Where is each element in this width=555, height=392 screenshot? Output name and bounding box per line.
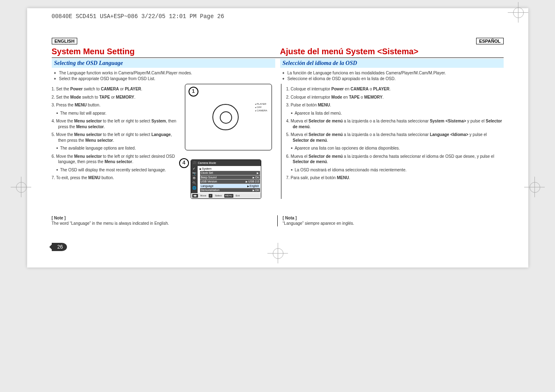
steps-en: 1. Set the Power switch to CAMERA or PLA…	[52, 84, 179, 199]
intro-es: La función de Language funciona en las m…	[275, 68, 504, 81]
numbered-step: 2. Set the Mode switch to TAPE or MEMORY…	[52, 95, 179, 100]
note-title-es: [ Nota ]	[283, 215, 504, 221]
step-sub-bullet: Aparece una lista con las opciones de id…	[286, 145, 504, 151]
register-mark-left	[15, 181, 27, 193]
osd-menu-item: Beep SoundOn	[200, 175, 260, 180]
icon-check: ✓	[193, 167, 196, 171]
numbered-step: 1. Coloque el interruptor Power en CAMER…	[286, 86, 504, 92]
intro-bullet: Seleccione el idioma de OSD apropiado en…	[280, 76, 504, 82]
osd-label-select: Select	[215, 194, 222, 197]
note-text-es: “Language” siempre aparece en inglés.	[283, 221, 504, 226]
register-mark-right	[528, 181, 541, 193]
mode-label: CAMERA	[255, 109, 267, 112]
power-switch-dial-icon	[212, 104, 239, 130]
intro-bullet: La función de Language funciona en las m…	[280, 70, 504, 76]
osd-key-select: ✓	[209, 194, 212, 197]
note-text-en: The word “Language” in the menu is alway…	[52, 221, 273, 226]
figures-column: 1 PLAYEROFFCAMERA 4 Camera Mode ✓ 📷 ⚙	[179, 84, 278, 199]
osd-selected-category: System	[198, 167, 213, 171]
register-mark-bottom	[272, 247, 284, 259]
numbered-step: 6. Mueva el Selector de menú a la izquie…	[286, 154, 504, 165]
numbered-step: 4. Move the Menu selector to the left or…	[52, 118, 179, 129]
numbered-step: 6. Move the Menu selector to the left or…	[52, 154, 179, 165]
steps-es: 1. Coloque el interruptor Power en CAMER…	[281, 84, 504, 199]
osd-key-menu: MENU	[224, 194, 233, 197]
osd-item-list: Clock SetBeep SoundOnUSB VersionUSB 2.0L…	[200, 171, 260, 192]
figure-1-power-switch: 1 PLAYEROFFCAMERA	[185, 84, 272, 150]
osd-key-move: ◀▶	[192, 194, 198, 197]
step-sub-bullet: The menu list will appear.	[52, 111, 179, 116]
mode-label: PLAYER	[255, 102, 267, 106]
lang-label-espanol: ESPAÑOL	[476, 38, 503, 44]
icon-lang: 🌐	[192, 186, 196, 191]
icon-camera: 📷	[192, 172, 196, 176]
step-sub-bullet: The OSD will display the most recently s…	[52, 167, 179, 173]
figure-1-number: 1	[189, 87, 198, 97]
numbered-step: 7. To exit, press the MENU button.	[52, 175, 179, 181]
note-en: [ Note ] The word “Language” in the menu…	[52, 215, 278, 226]
section-title-en: System Menu Setting	[52, 47, 275, 56]
figure-4-osd-menu: 4 Camera Mode ✓ 📷 ⚙ 🔌 🌐 System	[179, 159, 278, 199]
icon-gear: ⚙	[193, 176, 196, 181]
osd-side-icons: ✓ 📷 ⚙ 🔌 🌐	[191, 166, 198, 194]
osd-menu-item: DemonstrationOn	[200, 188, 260, 192]
step-sub-bullet: Aparece la lista del menú.	[286, 111, 504, 116]
osd-label-exit: Exit	[236, 194, 240, 197]
intro-bullet: Select the appropriate OSD language from…	[52, 76, 275, 82]
osd-title: Camera Mode	[191, 160, 261, 166]
numbered-step: 3. Pulse el botón MENU.	[286, 102, 504, 108]
numbered-step: 1. Set the Power switch to CAMERA or PLA…	[52, 86, 179, 92]
numbered-step: 2. Coloque el interruptor Mode en TAPE o…	[286, 95, 504, 100]
osd-menu-item: LanguageEnglish	[200, 184, 260, 188]
page-number-badge: 26	[52, 243, 67, 251]
subheading-en: Selecting the OSD Language	[52, 59, 275, 68]
register-mark-top	[512, 6, 524, 18]
intro-bullet: The Language function works in Camera/Pl…	[52, 70, 275, 76]
mode-label: OFF	[255, 106, 267, 109]
subheading-es: Selección del idioma de la OSD	[280, 59, 504, 68]
osd-footer: ◀▶ Move ✓ Select MENU Exit	[191, 193, 261, 198]
numbered-step: 7. Para salir, pulse el botón MENU.	[286, 175, 504, 181]
step-sub-bullet: La OSD mostrará el idioma seleccionado m…	[286, 167, 504, 173]
note-es: [ Nota ] “Language” siempre aparece en i…	[278, 215, 504, 226]
step-sub-bullet: The available language options are liste…	[52, 145, 179, 151]
icon-usb: 🔌	[192, 181, 196, 186]
numbered-step: 3. Press the MENU button.	[52, 102, 179, 108]
note-title-en: [ Note ]	[52, 215, 273, 221]
header-file-info: 00840E SCD451 USA+ESP~086 3/22/05 12:01 …	[52, 12, 504, 21]
osd-menu-item: Clock Set	[200, 171, 260, 175]
osd-label-move: Move	[200, 194, 207, 197]
osd-menu-item: USB VersionUSB 2.0	[200, 180, 260, 184]
numbered-step: 5. Move the Menu selector to the left or…	[52, 132, 179, 143]
section-title-es: Ajuste del menú System <Sistema>	[275, 47, 504, 56]
lang-label-english: ENGLISH	[52, 38, 78, 44]
mode-switch-labels: PLAYEROFFCAMERA	[255, 102, 267, 112]
numbered-step: 5. Mueva el Selector de menú a la izquie…	[286, 132, 504, 143]
intro-en: The Language function works in Camera/Pl…	[52, 68, 275, 81]
figure-4-number: 4	[179, 158, 189, 168]
numbered-step: 4. Mueva el Selector de menú a la izquie…	[286, 118, 504, 129]
